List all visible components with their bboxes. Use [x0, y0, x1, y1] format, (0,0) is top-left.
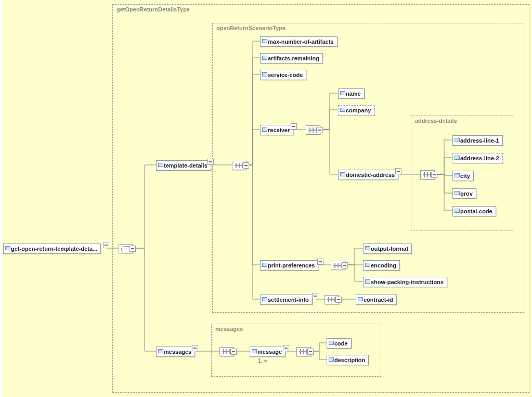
node-domestic-address[interactable]: domestic-address	[338, 170, 398, 180]
cm-address[interactable]	[420, 170, 435, 180]
node-addr-city[interactable]: city	[452, 171, 474, 181]
cm-receiver[interactable]	[306, 125, 320, 135]
cm-scenario[interactable]	[232, 161, 246, 170]
cm-settlement[interactable]	[325, 295, 339, 304]
toggle-print-prefs[interactable]	[317, 259, 323, 265]
toggle-cm-print[interactable]	[342, 262, 348, 268]
node-addr-postal[interactable]: postal-code	[452, 206, 496, 216]
node-artifacts-remaining[interactable]: artifacts-remaining	[260, 53, 323, 63]
node-receiver-name[interactable]: name	[338, 88, 365, 99]
node-msg-code[interactable]: code	[327, 338, 352, 349]
node-output-format[interactable]: output-format	[363, 244, 412, 254]
node-print-prefs[interactable]: print-preferences	[260, 260, 318, 271]
group-label-messages: messages	[215, 326, 243, 332]
group-label-address: address-details	[415, 118, 457, 124]
node-message[interactable]: message	[250, 347, 286, 357]
node-receiver-company[interactable]: company	[338, 105, 374, 116]
group-label-scenario: openReturnScenarioType	[216, 25, 286, 31]
toggle-cm-scenario[interactable]	[243, 162, 249, 169]
toggle-receiver[interactable]	[291, 123, 297, 130]
cm-messages[interactable]	[219, 347, 234, 356]
node-show-packing[interactable]: show-packing-instructions	[363, 277, 447, 287]
toggle-cm-message[interactable]	[307, 349, 314, 355]
node-messages[interactable]: messages	[156, 347, 195, 357]
toggle-cm-receiver[interactable]	[317, 127, 323, 133]
toggle-domestic-address[interactable]	[395, 168, 401, 174]
toggle-root[interactable]	[103, 242, 109, 248]
toggle-cm-messages[interactable]	[230, 349, 237, 355]
node-settlement[interactable]: settlement-info	[260, 294, 313, 305]
toggle-message[interactable]	[283, 345, 289, 351]
node-service-code[interactable]: service-code	[260, 70, 306, 80]
node-addr-line2[interactable]: address-line-2	[452, 153, 503, 163]
cm-message[interactable]	[296, 347, 311, 356]
toggle-cm-settlement[interactable]	[335, 297, 342, 303]
toggle-template-details[interactable]	[207, 159, 214, 165]
node-msg-description[interactable]: description	[327, 355, 369, 365]
toggle-messages[interactable]	[192, 345, 198, 351]
node-addr-prov[interactable]: prov	[452, 188, 476, 199]
node-contract-id[interactable]: contract-id	[356, 294, 397, 305]
node-template-details[interactable]: template-details	[156, 160, 211, 171]
node-encoding[interactable]: encoding	[363, 260, 400, 271]
cm-root-choice[interactable]	[119, 244, 133, 253]
node-max-artifacts[interactable]: max-number-of-artifacts	[260, 36, 338, 47]
cm-print[interactable]	[331, 261, 345, 270]
toggle-settlement[interactable]	[312, 293, 318, 299]
toggle-cm-address[interactable]	[431, 172, 437, 178]
node-addr-line1[interactable]: address-line-1	[452, 135, 503, 146]
node-receiver[interactable]: receiver	[260, 125, 293, 135]
node-root[interactable]: get-open-return-template-deta...	[3, 244, 101, 254]
group-label-outer: getOpenReturnDetailsType	[116, 6, 190, 12]
occurs-message: 1..∞	[258, 358, 267, 364]
toggle-cm-root[interactable]	[129, 246, 136, 252]
